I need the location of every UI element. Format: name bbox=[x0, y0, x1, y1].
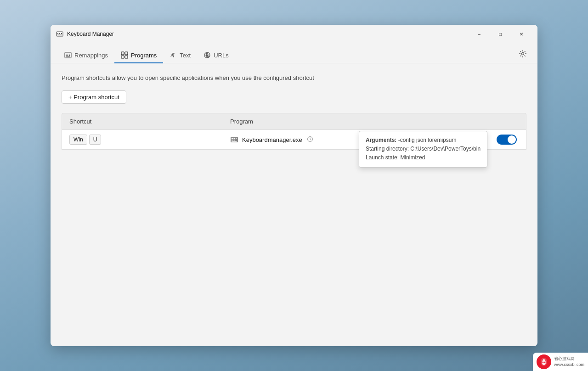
cursor-icon bbox=[307, 136, 313, 144]
description-text: Program shortcuts allow you to open spec… bbox=[62, 74, 526, 81]
maximize-button[interactable]: □ bbox=[490, 27, 511, 41]
program-name: Keyboardmanager.exe bbox=[242, 136, 302, 143]
programs-icon bbox=[121, 51, 128, 59]
tab-urls[interactable]: URLs bbox=[197, 48, 235, 63]
svg-rect-26 bbox=[232, 140, 233, 141]
program-cell: Keyboardmanager.exe Arguments: -config j… bbox=[230, 135, 497, 144]
table-row: Win U Keyboardmanager.exe bbox=[62, 130, 526, 150]
svg-rect-4 bbox=[57, 35, 62, 36]
settings-button[interactable] bbox=[515, 46, 530, 61]
watermark-icon bbox=[537, 354, 551, 369]
tab-urls-label: URLs bbox=[214, 52, 229, 59]
keyboard-manager-window: Keyboard Manager – □ ✕ bbox=[51, 25, 537, 346]
svg-rect-23 bbox=[232, 138, 233, 139]
svg-rect-11 bbox=[69, 55, 70, 56]
svg-rect-27 bbox=[234, 140, 235, 141]
svg-rect-25 bbox=[236, 138, 237, 139]
svg-rect-24 bbox=[234, 138, 235, 139]
program-app-icon bbox=[230, 135, 238, 144]
window-controls: – □ ✕ bbox=[469, 27, 532, 41]
svg-rect-6 bbox=[66, 54, 67, 55]
urls-icon bbox=[204, 51, 211, 59]
svg-rect-10 bbox=[68, 55, 68, 56]
header-program: Program bbox=[230, 118, 497, 125]
watermark-text: 省心游戏网 www.cssxbi.com bbox=[554, 356, 584, 367]
tab-remappings[interactable]: Remappings bbox=[58, 48, 114, 63]
title-bar: Keyboard Manager – □ ✕ bbox=[51, 25, 537, 43]
tooltip-popup: Arguments: -config json loremipsum Start… bbox=[359, 131, 487, 168]
title-bar-text: Keyboard Manager bbox=[67, 31, 469, 37]
svg-point-32 bbox=[544, 362, 545, 363]
tooltip-launch: Launch state: Minimized bbox=[366, 153, 481, 162]
watermark: 省心游戏网 www.cssxbi.com bbox=[533, 353, 588, 371]
table-header: Shortcut Program bbox=[62, 113, 526, 130]
tab-programs[interactable]: Programs bbox=[114, 48, 163, 63]
key-u: U bbox=[89, 135, 102, 145]
svg-rect-9 bbox=[66, 55, 67, 56]
app-icon bbox=[56, 30, 63, 38]
svg-rect-12 bbox=[66, 56, 70, 57]
tab-text-label: Text bbox=[180, 52, 191, 59]
program-toggle[interactable] bbox=[497, 135, 517, 145]
nav-tabs: Remappings Programs A bbox=[51, 43, 537, 63]
remappings-icon bbox=[64, 51, 72, 59]
svg-rect-16 bbox=[125, 56, 128, 58]
key-win: Win bbox=[69, 135, 87, 145]
gear-icon bbox=[519, 50, 527, 58]
svg-point-21 bbox=[522, 53, 524, 55]
header-shortcut: Shortcut bbox=[69, 118, 230, 125]
shortcut-keys: Win U bbox=[69, 135, 230, 145]
nav-tabs-list: Remappings Programs A bbox=[58, 48, 235, 63]
svg-rect-2 bbox=[59, 33, 60, 34]
tab-programs-label: Programs bbox=[131, 52, 157, 59]
tab-text[interactable]: A Text bbox=[163, 48, 197, 63]
main-content: Program shortcuts allow you to open spec… bbox=[51, 63, 537, 346]
add-program-shortcut-button[interactable]: + Program shortcut bbox=[62, 90, 126, 104]
svg-rect-28 bbox=[232, 141, 237, 142]
svg-rect-13 bbox=[121, 52, 124, 55]
svg-point-31 bbox=[542, 362, 543, 363]
text-icon: A bbox=[170, 51, 177, 59]
svg-rect-7 bbox=[68, 54, 68, 55]
svg-rect-3 bbox=[61, 33, 62, 34]
svg-rect-8 bbox=[69, 54, 70, 55]
svg-rect-14 bbox=[125, 52, 128, 55]
tooltip-arguments: Arguments: -config json loremipsum bbox=[366, 136, 481, 145]
tab-remappings-label: Remappings bbox=[74, 52, 108, 59]
svg-rect-1 bbox=[57, 33, 58, 34]
tooltip-directory: Starting directory: C:\Users\Dev\PowerTo… bbox=[366, 145, 481, 153]
minimize-button[interactable]: – bbox=[469, 27, 490, 41]
close-button[interactable]: ✕ bbox=[511, 27, 532, 41]
svg-rect-15 bbox=[121, 56, 124, 58]
